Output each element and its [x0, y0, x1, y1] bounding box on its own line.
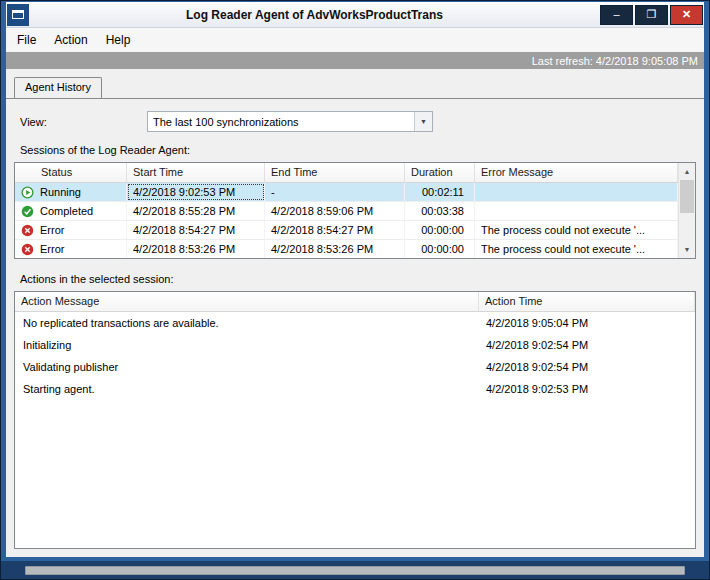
session-status-text: Running: [40, 186, 81, 198]
session-status-text: Error: [40, 243, 64, 255]
view-label: View:: [20, 116, 147, 128]
tab-area: Agent History: [6, 69, 704, 98]
column-header-action-message[interactable]: Action Message: [15, 292, 479, 311]
column-header-error-message[interactable]: Error Message: [475, 163, 678, 182]
maximize-button[interactable]: ❐: [635, 5, 668, 25]
error-icon: [21, 243, 34, 256]
column-header-action-time[interactable]: Action Time: [479, 292, 695, 311]
close-button[interactable]: ✕: [670, 5, 703, 25]
column-header-end-time[interactable]: End Time: [265, 163, 405, 182]
column-header-start-time[interactable]: Start Time: [127, 163, 265, 182]
column-header-status[interactable]: Status: [15, 163, 127, 182]
session-error-cell: The process could not execute '...: [475, 221, 678, 239]
bottom-window-edge: [1, 557, 709, 579]
menu-file[interactable]: File: [8, 29, 45, 51]
sessions-grid: Status Start Time End Time Duration Erro…: [14, 162, 696, 259]
session-start-cell: 4/2/2018 8:54:27 PM: [127, 221, 265, 239]
session-status-text: Error: [40, 224, 64, 236]
session-error-cell: The process could not execute '...: [475, 240, 678, 258]
action-time-cell: 4/2/2018 9:05:04 PM: [479, 317, 695, 329]
action-row[interactable]: Starting agent. 4/2/2018 9:02:53 PM: [15, 378, 695, 400]
session-duration-cell: 00:03:38: [405, 202, 475, 220]
action-time-cell: 4/2/2018 9:02:54 PM: [479, 361, 695, 373]
action-message-cell: Validating publisher: [15, 361, 479, 373]
actions-caption: Actions in the selected session:: [20, 273, 696, 287]
session-start-cell: 4/2/2018 8:53:26 PM: [127, 240, 265, 258]
session-status-cell: Completed: [15, 202, 127, 220]
session-end-cell: 4/2/2018 8:54:27 PM: [265, 221, 405, 239]
actions-grid: Action Message Action Time No replicated…: [14, 291, 696, 549]
session-duration-cell: 00:00:00: [405, 221, 475, 239]
minimize-icon: –: [613, 9, 619, 20]
action-message-cell: Initializing: [15, 339, 479, 351]
session-row[interactable]: Error 4/2/2018 8:53:26 PM 4/2/2018 8:53:…: [15, 240, 678, 258]
session-row[interactable]: Completed 4/2/2018 8:55:28 PM 4/2/2018 8…: [15, 202, 678, 221]
session-duration-cell: 00:00:00: [405, 240, 475, 258]
sessions-header: Status Start Time End Time Duration Erro…: [15, 163, 678, 183]
session-end-cell: -: [265, 183, 405, 201]
actions-header: Action Message Action Time: [15, 292, 695, 312]
action-row[interactable]: No replicated transactions are available…: [15, 312, 695, 334]
view-dropdown[interactable]: The last 100 synchronizations ▼: [147, 111, 433, 132]
refresh-bar: Last refresh: 4/2/2018 9:05:08 PM: [6, 52, 704, 69]
session-end-cell: 4/2/2018 8:59:06 PM: [265, 202, 405, 220]
scrollbar-track[interactable]: [679, 180, 695, 241]
scrollbar-down-button[interactable]: ▼: [679, 241, 695, 258]
tab-agent-history[interactable]: Agent History: [14, 77, 102, 98]
menu-help[interactable]: Help: [97, 29, 140, 51]
sessions-grid-main: Status Start Time End Time Duration Erro…: [15, 163, 678, 258]
minimize-button[interactable]: –: [600, 5, 633, 25]
completed-icon: [21, 205, 34, 218]
window: Log Reader Agent of AdvWorksProductTrans…: [0, 0, 710, 580]
horizontal-scrollbar-thumb[interactable]: [25, 566, 685, 575]
view-dropdown-value: The last 100 synchronizations: [148, 116, 414, 128]
column-header-duration[interactable]: Duration: [405, 163, 475, 182]
scrollbar-up-button[interactable]: ▲: [679, 163, 695, 180]
session-start-cell: 4/2/2018 9:02:53 PM: [127, 183, 265, 201]
error-icon: [21, 224, 34, 237]
scroll-down-icon: ▼: [684, 246, 691, 253]
action-row[interactable]: Validating publisher 4/2/2018 9:02:54 PM: [15, 356, 695, 378]
window-title: Log Reader Agent of AdvWorksProductTrans: [29, 8, 600, 22]
action-message-cell: No replicated transactions are available…: [15, 317, 479, 329]
session-duration-cell: 00:02:11: [405, 183, 475, 201]
titlebar[interactable]: Log Reader Agent of AdvWorksProductTrans…: [6, 2, 704, 28]
session-end-cell: 4/2/2018 8:53:26 PM: [265, 240, 405, 258]
action-message-cell: Starting agent.: [15, 383, 479, 395]
window-controls: – ❐ ✕: [600, 5, 703, 25]
session-error-cell: [475, 183, 678, 201]
session-status-text: Completed: [40, 205, 93, 217]
dropdown-button[interactable]: ▼: [414, 112, 432, 131]
menubar: File Action Help: [6, 28, 704, 52]
menu-action[interactable]: Action: [45, 29, 96, 51]
session-row[interactable]: Running 4/2/2018 9:02:53 PM - 00:02:11: [15, 183, 678, 202]
actions-grid-main: Action Message Action Time No replicated…: [15, 292, 695, 548]
session-error-cell: [475, 202, 678, 220]
chevron-down-icon: ▼: [420, 118, 427, 125]
last-refresh-text: Last refresh: 4/2/2018 9:05:08 PM: [532, 55, 698, 67]
tab-strip: Agent History: [6, 77, 704, 98]
view-row: View: The last 100 synchronizations ▼: [20, 111, 696, 132]
session-status-cell: Running: [15, 183, 127, 201]
running-icon: [21, 186, 34, 199]
agent-history-panel: View: The last 100 synchronizations ▼ Se…: [6, 98, 704, 557]
scroll-up-icon: ▲: [684, 168, 691, 175]
action-row[interactable]: Initializing 4/2/2018 9:02:54 PM: [15, 334, 695, 356]
session-row[interactable]: Error 4/2/2018 8:54:27 PM 4/2/2018 8:54:…: [15, 221, 678, 240]
app-icon[interactable]: [7, 4, 29, 26]
close-icon: ✕: [682, 9, 691, 20]
scrollbar-thumb[interactable]: [680, 180, 694, 213]
session-start-cell: 4/2/2018 8:55:28 PM: [127, 202, 265, 220]
action-time-cell: 4/2/2018 9:02:54 PM: [479, 339, 695, 351]
session-status-cell: Error: [15, 221, 127, 239]
sessions-caption: Sessions of the Log Reader Agent:: [20, 144, 696, 158]
action-time-cell: 4/2/2018 9:02:53 PM: [479, 383, 695, 395]
vertical-scrollbar[interactable]: ▲ ▼: [678, 163, 695, 258]
maximize-icon: ❐: [647, 9, 657, 20]
window-glyph-icon: [12, 10, 24, 19]
session-status-cell: Error: [15, 240, 127, 258]
